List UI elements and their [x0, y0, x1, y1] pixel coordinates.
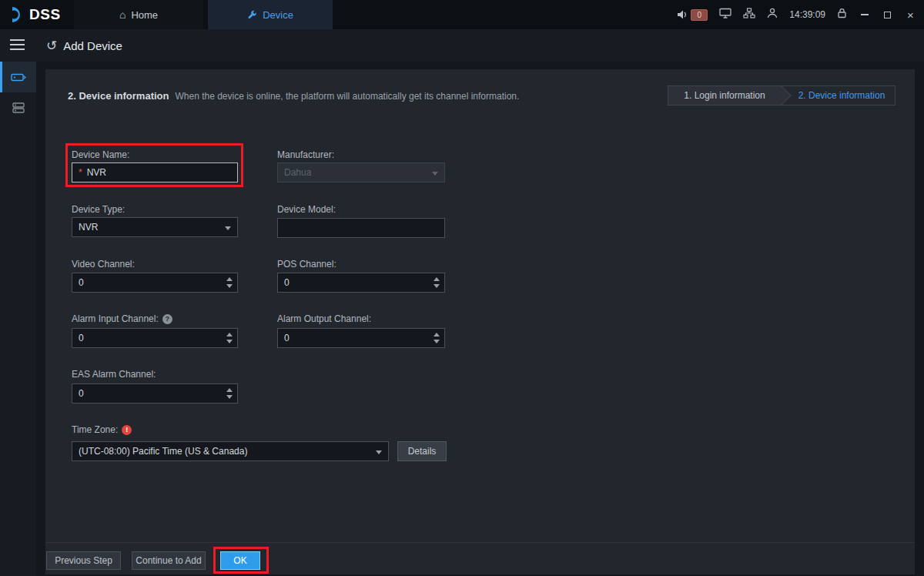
video-channel-stepper[interactable]: 0	[72, 273, 238, 293]
previous-step-button[interactable]: Previous Step	[46, 551, 121, 570]
tab-home[interactable]: ⌂ Home	[74, 0, 203, 29]
add-device-panel: 2. Device information When the device is…	[45, 69, 915, 574]
network-icon[interactable]	[743, 8, 755, 22]
step-down-icon[interactable]	[434, 340, 440, 343]
step-indicator: 1. Login information 2. Device informati…	[668, 85, 896, 105]
sidebar-item-storage[interactable]	[0, 92, 36, 123]
stepper-arrows[interactable]	[226, 333, 233, 343]
menu-icon[interactable]	[10, 39, 25, 50]
sidebar-item-device[interactable]	[0, 62, 36, 92]
device-type-value: NVR	[79, 222, 98, 233]
stepper-arrows[interactable]	[226, 277, 233, 288]
help-icon[interactable]: ?	[162, 314, 172, 324]
back-icon[interactable]: ↺	[46, 39, 57, 52]
dss-logo-icon	[9, 6, 26, 23]
device-module-icon	[11, 71, 26, 83]
manufacturer-label-text: Manufacturer:	[277, 149, 334, 160]
step-up-icon[interactable]	[434, 333, 440, 337]
section-title: 2. Device information	[68, 90, 169, 102]
required-marker: *	[79, 167, 82, 178]
chevron-down-icon	[376, 450, 382, 454]
manufacturer-value: Dahua	[284, 167, 311, 178]
page-header: ↺ Add Device	[0, 29, 924, 62]
screen-icon[interactable]	[719, 8, 732, 22]
step-device-information[interactable]: 2. Device information	[781, 85, 896, 105]
step-login-information[interactable]: 1. Login information	[668, 85, 781, 105]
step-up-icon[interactable]	[226, 333, 233, 337]
device-model-label-text: Device Model:	[277, 204, 336, 215]
section-header: 2. Device information When the device is…	[68, 90, 519, 102]
user-icon[interactable]	[767, 8, 778, 22]
tab-home-label: Home	[131, 9, 158, 21]
pos-channel-label: POS Channel:	[277, 259, 336, 270]
alarm-output-channel-stepper[interactable]: 0	[277, 328, 445, 348]
titlebar: DSS ⌂ Home Device 0	[0, 0, 924, 29]
pos-channel-stepper[interactable]: 0	[277, 273, 445, 293]
breadcrumb: ↺ Add Device	[46, 29, 122, 62]
video-channel-label: Video Channel:	[72, 259, 135, 270]
eas-alarm-channel-label-text: EAS Alarm Channel:	[72, 369, 156, 380]
step-down-icon[interactable]	[434, 284, 440, 288]
app-logo: DSS	[9, 0, 61, 29]
server-icon	[12, 102, 25, 114]
eas-alarm-channel-stepper[interactable]: 0	[72, 383, 238, 404]
alarm-output-channel-label: Alarm Output Channel:	[277, 313, 371, 324]
home-icon: ⌂	[119, 9, 126, 20]
video-channel-label-text: Video Channel:	[72, 259, 135, 270]
device-model-input[interactable]	[277, 218, 445, 238]
speaker-icon	[677, 9, 688, 20]
page-title: Add Device	[63, 39, 122, 52]
step-down-icon[interactable]	[226, 340, 233, 343]
chevron-down-icon	[432, 172, 438, 176]
step-down-icon[interactable]	[226, 395, 233, 399]
step-up-icon[interactable]	[226, 388, 233, 392]
pos-channel-value: 0	[284, 277, 290, 288]
time-zone-label: Time Zone: !	[72, 424, 132, 435]
alarm-output-channel-value: 0	[284, 333, 290, 343]
alarm-input-channel-value: 0	[79, 333, 84, 343]
pos-channel-label-text: POS Channel:	[277, 259, 336, 270]
footer-divider	[45, 542, 915, 543]
active-indicator	[0, 62, 2, 92]
minimize-button[interactable]	[859, 9, 870, 21]
ok-button[interactable]: OK	[220, 551, 260, 570]
alarm-input-channel-label-text: Alarm Input Channel:	[72, 313, 159, 324]
continue-to-add-button[interactable]: Continue to Add	[132, 551, 206, 570]
lock-icon[interactable]	[837, 8, 847, 22]
close-button[interactable]: ×	[905, 9, 916, 21]
section-subtitle: When the device is online, the platform …	[175, 91, 519, 102]
alarm-input-channel-stepper[interactable]: 0	[72, 328, 238, 348]
manufacturer-select: Dahua	[277, 162, 445, 183]
stepper-arrows[interactable]	[226, 388, 233, 399]
sidebar	[0, 62, 36, 576]
step-down-icon[interactable]	[226, 284, 233, 288]
alarm-count-badge: 0	[691, 9, 708, 21]
device-name-value: NVR	[87, 167, 106, 178]
manufacturer-label: Manufacturer:	[277, 149, 334, 160]
maximize-button[interactable]	[882, 9, 893, 21]
device-model-label: Device Model:	[277, 204, 336, 215]
time-zone-select[interactable]: (UTC-08:00) Pacific Time (US & Canada)	[72, 441, 389, 461]
device-type-label: Device Type:	[72, 204, 125, 215]
stepper-arrows[interactable]	[434, 333, 440, 343]
step-up-icon[interactable]	[434, 277, 440, 281]
details-button[interactable]: Details	[397, 441, 447, 461]
step-login-label: 1. Login information	[684, 90, 765, 101]
volume-indicator[interactable]: 0	[677, 9, 708, 21]
stepper-arrows[interactable]	[434, 277, 440, 288]
device-name-input[interactable]: * NVR	[72, 162, 238, 183]
alarm-input-channel-label: Alarm Input Channel: ?	[72, 313, 172, 324]
app-window: DSS ⌂ Home Device 0	[0, 0, 924, 576]
device-type-select[interactable]: NVR	[72, 217, 238, 237]
device-type-label-text: Device Type:	[72, 204, 125, 215]
chevron-down-icon	[225, 226, 231, 230]
tab-device-label: Device	[263, 9, 293, 21]
tab-device[interactable]: Device	[208, 0, 333, 29]
step-up-icon[interactable]	[226, 277, 233, 281]
status-tray: 0 1	[677, 0, 916, 29]
video-channel-value: 0	[79, 277, 84, 288]
wrench-icon	[247, 10, 257, 20]
alarm-output-channel-label-text: Alarm Output Channel:	[277, 313, 371, 324]
clock-text: 14:39:09	[789, 9, 825, 20]
time-zone-value: (UTC-08:00) Pacific Time (US & Canada)	[79, 446, 247, 457]
